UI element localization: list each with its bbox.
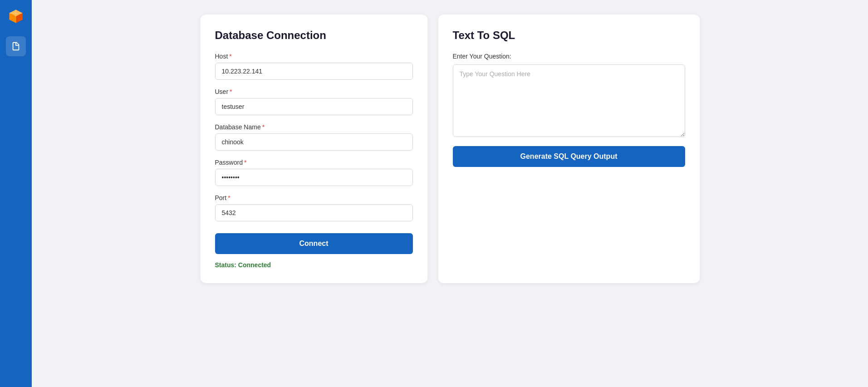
host-input[interactable] bbox=[215, 63, 413, 80]
sidebar bbox=[0, 0, 32, 387]
user-input[interactable] bbox=[215, 98, 413, 115]
document-icon bbox=[11, 41, 21, 51]
user-field-group: User* bbox=[215, 88, 413, 115]
text-to-sql-card: Text To SQL Enter Your Question: Generat… bbox=[438, 15, 700, 283]
document-nav-button[interactable] bbox=[6, 36, 26, 56]
host-required-star: * bbox=[229, 53, 231, 60]
question-label: Enter Your Question: bbox=[453, 53, 685, 60]
connect-button[interactable]: Connect bbox=[215, 233, 413, 254]
port-required-star: * bbox=[228, 194, 230, 201]
port-input[interactable] bbox=[215, 204, 413, 221]
sql-card-title: Text To SQL bbox=[453, 29, 685, 42]
password-field-group: Password* bbox=[215, 159, 413, 186]
password-label: Password* bbox=[215, 159, 413, 166]
connection-status: Status: Connected bbox=[215, 261, 413, 269]
cards-container: Database Connection Host* User* Database… bbox=[201, 15, 700, 283]
host-field-group: Host* bbox=[215, 53, 413, 80]
app-logo bbox=[7, 7, 25, 25]
user-required-star: * bbox=[230, 88, 232, 95]
logo-icon bbox=[8, 8, 24, 24]
db-name-label: Database Name* bbox=[215, 123, 413, 131]
database-connection-card: Database Connection Host* User* Database… bbox=[201, 15, 427, 283]
port-field-group: Port* bbox=[215, 194, 413, 221]
db-name-input[interactable] bbox=[215, 133, 413, 151]
db-card-title: Database Connection bbox=[215, 29, 413, 42]
generate-sql-button[interactable]: Generate SQL Query Output bbox=[453, 146, 685, 167]
question-textarea[interactable] bbox=[453, 64, 685, 137]
db-name-field-group: Database Name* bbox=[215, 123, 413, 151]
port-label: Port* bbox=[215, 194, 413, 201]
main-content: Database Connection Host* User* Database… bbox=[32, 0, 868, 387]
dbname-required-star: * bbox=[262, 123, 265, 131]
password-input[interactable] bbox=[215, 169, 413, 186]
password-required-star: * bbox=[244, 159, 246, 166]
host-label: Host* bbox=[215, 53, 413, 60]
user-label: User* bbox=[215, 88, 413, 95]
